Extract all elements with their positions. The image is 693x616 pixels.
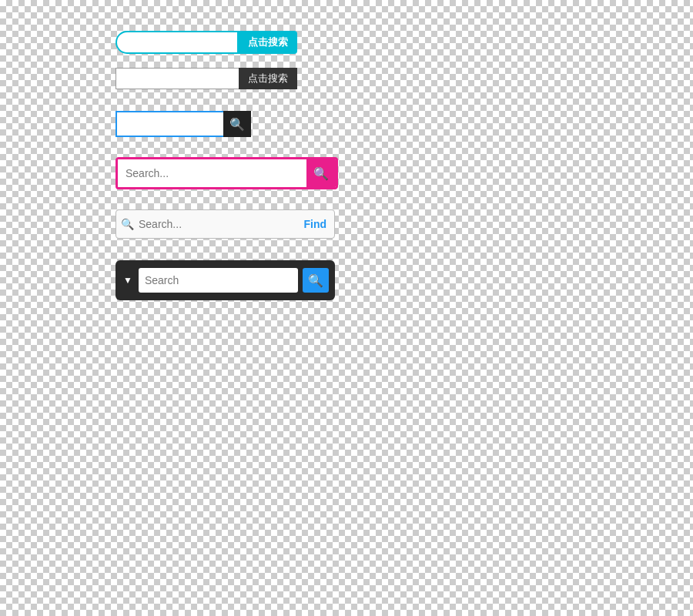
search-widget-2: 点击搜索 <box>116 68 338 89</box>
search-input-2[interactable] <box>116 68 239 89</box>
dropdown-button-6[interactable]: ▼ <box>122 275 134 286</box>
search-icon-5: 🔍 <box>121 218 134 230</box>
search-button-6[interactable]: 🔍 <box>303 268 329 293</box>
search-widget-3: 🔍 <box>116 111 338 137</box>
search-input-5[interactable] <box>139 218 300 230</box>
search-icon-4: 🔍 <box>313 166 329 181</box>
search-widget-6: ▼ 🔍 <box>116 260 335 300</box>
search-input-1[interactable] <box>116 31 239 54</box>
search-button-4[interactable]: 🔍 <box>306 159 336 187</box>
search-widget-5: 🔍 Find <box>116 209 335 239</box>
search-icon-6: 🔍 <box>308 273 323 288</box>
find-button-5[interactable]: Find <box>300 218 330 230</box>
search-button-3[interactable]: 🔍 <box>223 111 251 137</box>
search-widget-1: 点击搜索 <box>116 31 338 54</box>
search-button-1[interactable]: 点击搜索 <box>239 31 297 54</box>
search-input-6[interactable] <box>139 268 298 293</box>
search-button-2[interactable]: 点击搜索 <box>239 68 297 89</box>
search-icon-3: 🔍 <box>229 117 245 132</box>
search-widget-4: 🔍 <box>116 157 338 189</box>
search-input-4[interactable] <box>118 159 306 187</box>
search-input-3[interactable] <box>116 111 223 137</box>
